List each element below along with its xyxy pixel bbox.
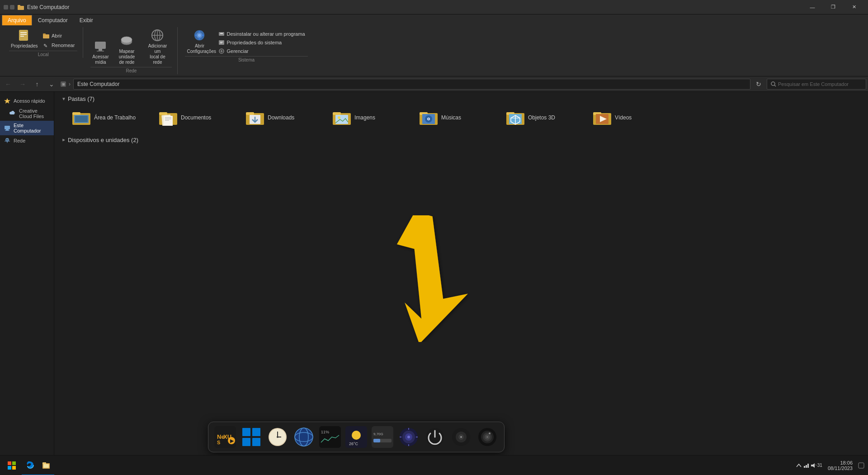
ribbon-item-manage[interactable]: Gerenciar	[216, 47, 307, 55]
devices-section-header[interactable]: ▼ Dispositivos e unidades (2)	[61, 137, 861, 143]
ribbon-item-open[interactable]: Abrir	[40, 31, 77, 40]
ribbon-item-sys-props[interactable]: Propriedades do sistema	[216, 38, 307, 47]
dock-item-compressor[interactable]	[396, 425, 421, 449]
properties-label: Propriedades	[11, 43, 36, 49]
ribbon-item-settings[interactable]: AbrirConfigurações	[185, 27, 214, 55]
nav-forward-button[interactable]: →	[16, 78, 29, 90]
svg-rect-23	[195, 34, 197, 36]
network-sys-icon[interactable]	[803, 462, 809, 469]
sidebar-item-este-computador[interactable]: Este Computador	[0, 121, 54, 135]
folder-name-imagens: Imagens	[354, 114, 375, 121]
taskbar-item-edge[interactable]	[22, 456, 38, 475]
dock-item-power[interactable]	[423, 425, 447, 449]
svg-text:9,70G: 9,70G	[373, 432, 383, 436]
ribbon-item-properties[interactable]: Propriedades	[9, 27, 38, 50]
audio-icon	[451, 427, 471, 447]
svg-rect-11	[97, 51, 104, 52]
dock-item-weather[interactable]: 26°C	[344, 425, 368, 449]
folder-videos[interactable]: Vídeos	[590, 108, 671, 128]
folder-musicas[interactable]: Músicas	[416, 108, 497, 128]
breadcrumb-path[interactable]: Este Computador	[73, 79, 750, 90]
dock-item-clock[interactable]	[265, 425, 290, 449]
close-button[interactable]: ✕	[844, 0, 864, 14]
folder-documentos[interactable]: Documentos	[156, 108, 237, 128]
rede-label: Rede	[90, 67, 172, 73]
ribbon-item-add-network[interactable]: Adicionar umlocal de rede	[143, 27, 172, 66]
star-icon	[4, 97, 11, 104]
properties-icon	[16, 28, 31, 43]
add-network-label: Adicionar umlocal de rede	[145, 43, 170, 65]
folders-grid: Área de Trabalho Documentos	[69, 108, 861, 128]
svg-rect-7	[43, 33, 46, 35]
nexus-icon: Ne XU S ▶	[214, 426, 236, 448]
dock-item-drive[interactable]: 9,70G	[370, 425, 395, 449]
title-bar-left: Este Computador	[4, 4, 69, 11]
network-icon	[4, 137, 11, 144]
refresh-button[interactable]: ↻	[752, 78, 765, 90]
dock-item-audio[interactable]	[449, 425, 473, 449]
settings-icon	[192, 28, 207, 43]
folder-title-icon	[17, 4, 24, 11]
sidebar-item-creative-cloud[interactable]: Creative Cloud Files	[0, 106, 54, 121]
sidebar-item-rede[interactable]: Rede	[0, 135, 54, 146]
svg-point-135	[489, 432, 491, 434]
dock-item-stock[interactable]: 11%	[318, 425, 342, 449]
compressor-icon	[399, 427, 419, 447]
notification-icon[interactable]	[858, 462, 864, 469]
uninstall-icon	[218, 31, 225, 37]
ribbon-item-uninstall[interactable]: Desinstalar ou alterar um programa	[216, 30, 307, 38]
dock-item-nexus[interactable]: Ne XU S ▶	[213, 425, 237, 449]
svg-rect-144	[806, 465, 807, 468]
svg-text:⊞: ⊞	[62, 82, 65, 86]
local-label: Local	[9, 51, 77, 57]
folder-name-documentos: Documentos	[181, 114, 211, 121]
svg-rect-20	[199, 31, 200, 33]
svg-line-35	[774, 85, 776, 86]
sidebar-item-acesso-rapido[interactable]: Acesso rápido	[0, 95, 54, 106]
dock-item-network[interactable]	[292, 425, 316, 449]
downloads-folder-icon	[246, 109, 264, 126]
chevron-up-icon[interactable]	[796, 462, 802, 469]
cloud-icon	[9, 110, 16, 117]
svg-rect-139	[12, 466, 16, 470]
nav-back-button[interactable]: ←	[2, 78, 14, 90]
ribbon-group-rede: Acessarmídia Mapear unidadede rede Adici…	[85, 27, 178, 74]
taskbar-sys-icons: 31	[796, 462, 822, 469]
uninstall-label: Desinstalar ou alterar um programa	[226, 31, 305, 37]
nav-recent-button[interactable]: ⌄	[45, 78, 58, 90]
taskbar-clock[interactable]: 18:06 08/11/2023	[824, 460, 856, 471]
start-icon	[8, 461, 16, 470]
taskbar-item-explorer[interactable]	[38, 456, 54, 475]
start-button[interactable]	[2, 456, 22, 475]
add-network-icon	[150, 28, 165, 43]
folder-downloads[interactable]: Downloads	[242, 108, 324, 128]
ribbon-item-rename[interactable]: ✎ Renomear	[40, 41, 77, 50]
search-icon	[771, 81, 776, 87]
nav-up-button[interactable]: ↑	[31, 78, 43, 90]
svg-text:✎: ✎	[43, 43, 47, 48]
folders-section-label: Pastas (7)	[68, 95, 94, 102]
svg-rect-137	[12, 461, 16, 465]
folder-area-de-trabalho[interactable]: Área de Trabalho	[69, 108, 150, 128]
maximize-button[interactable]: ❐	[823, 0, 844, 14]
folders-section-header[interactable]: ▼ Pastas (7)	[61, 95, 861, 102]
tab-exibir[interactable]: Exibir	[74, 15, 99, 25]
folder-imagens[interactable]: Imagens	[329, 108, 410, 128]
devices-chevron: ▼	[61, 138, 66, 142]
tab-computador[interactable]: Computador	[32, 15, 74, 25]
ribbon-tabs: Arquivo Computador Exibir	[0, 14, 868, 25]
ribbon-item-access-media[interactable]: Acessarmídia	[90, 38, 110, 66]
svg-point-34	[771, 82, 775, 86]
rename-label: Renomear	[52, 43, 75, 48]
dock-item-windows[interactable]	[239, 425, 264, 449]
dock-item-camera[interactable]	[475, 425, 500, 449]
svg-marker-36	[4, 98, 10, 104]
volume-icon[interactable]	[810, 462, 816, 469]
window-title: Este Computador	[27, 4, 69, 10]
search-box[interactable]: Pesquisar em Este Computador	[767, 79, 866, 90]
tab-arquivo[interactable]: Arquivo	[2, 15, 32, 25]
minimize-button[interactable]: —	[802, 0, 823, 14]
folder-objetos3d[interactable]: Objetos 3D	[503, 108, 584, 128]
ribbon-item-map-drive[interactable]: Mapear unidadede rede	[112, 33, 141, 66]
svg-rect-1	[18, 5, 20, 6]
